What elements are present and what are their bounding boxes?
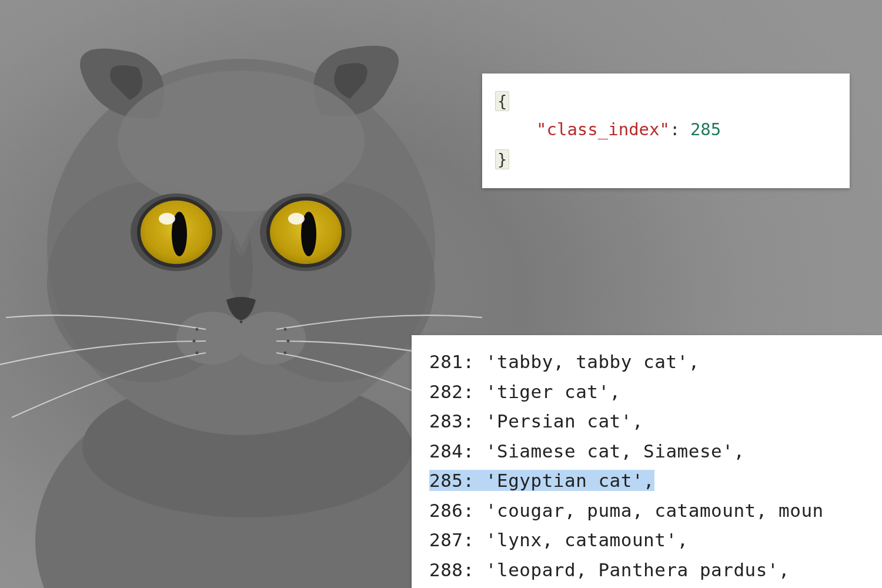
json-response-box: { "class_index": 285 } [482,74,850,188]
class-row-text: 281: 'tabby, tabby cat', [429,351,700,372]
class-row-text: 285: 'Egyptian cat', [429,470,654,491]
class-row-text: 287: 'lynx, catamount', [429,529,689,550]
svg-point-24 [287,340,290,343]
svg-point-25 [284,352,287,355]
json-value: 285 [690,119,721,139]
class-row: 282: 'tiger cat', [429,377,882,407]
class-row: 284: 'Siamese cat, Siamese', [429,436,882,466]
class-row-text: 288: 'leopard, Panthera pardus', [429,559,790,580]
svg-point-23 [284,328,287,331]
svg-point-21 [193,340,196,343]
class-row-text: 286: 'cougar, puma, catamount, moun [429,500,824,521]
json-line-close: } [495,145,833,173]
json-line-kv: "class_index": 285 [495,115,833,144]
class-row-highlighted: 285: 'Egyptian cat', [429,466,882,496]
class-row: 288: 'leopard, Panthera pardus', [429,555,882,585]
svg-point-5 [118,71,365,212]
json-key: "class_index" [536,119,670,139]
brace-open: { [495,91,509,111]
svg-point-20 [196,328,199,331]
class-list-box: 281: 'tabby, tabby cat', 282: 'tiger cat… [412,335,882,588]
class-row: 283: 'Persian cat', [429,406,882,436]
brace-close: } [495,149,509,169]
class-row: 287: 'lynx, catamount', [429,525,882,555]
svg-point-15 [288,213,305,225]
class-row: 281: 'tabby, tabby cat', [429,347,882,377]
svg-point-14 [159,213,175,225]
class-row-text: 282: 'tiger cat', [429,381,621,402]
class-row: 286: 'cougar, puma, catamount, moun [429,496,882,526]
svg-point-22 [196,352,199,355]
json-line-open: { [495,86,833,115]
class-row-text: 283: 'Persian cat', [429,410,643,432]
class-row-text: 284: 'Siamese cat, Siamese', [429,440,745,462]
json-colon: : [670,119,690,139]
